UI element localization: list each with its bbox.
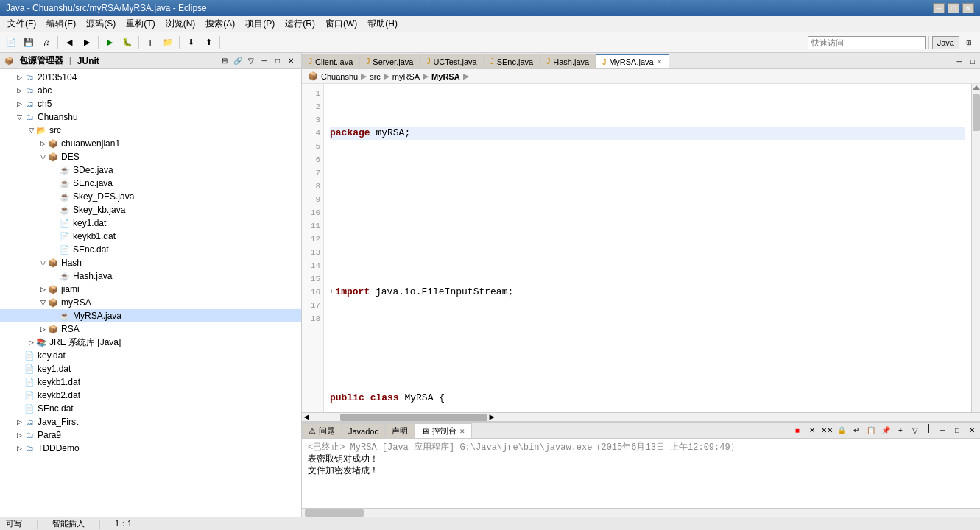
forward-button[interactable]: ▶ (79, 35, 95, 51)
scroll-up-arrow[interactable] (973, 85, 980, 90)
toggle-para9[interactable]: ▷ (15, 431, 24, 439)
tree-item-chuanshu[interactable]: ▽ 🗂 Chuanshu (0, 110, 301, 124)
breadcrumb-src[interactable]: src (370, 72, 381, 81)
toggle-chuanshu[interactable]: ▽ (15, 113, 24, 121)
tree-item-keykb1-des[interactable]: ▷ 📄 keykb1.dat (0, 230, 301, 243)
maximize-button[interactable]: □ (948, 3, 959, 13)
junit-tab[interactable]: JUnit (77, 56, 99, 66)
tree-item-myrsa-java[interactable]: ▷ ☕ MyRSA.java (0, 309, 301, 322)
toggle-ch5[interactable]: ▷ (15, 99, 24, 108)
back-button[interactable]: ◀ (61, 35, 77, 51)
console-maximize-button[interactable]: □ (951, 423, 964, 437)
run-button[interactable]: ▶ (102, 35, 118, 51)
tab-declaration[interactable]: 声明 (385, 423, 415, 438)
toggle-20135104[interactable]: ▷ (15, 73, 24, 82)
save-button[interactable]: 💾 (21, 35, 37, 51)
minimize-button[interactable]: ─ (933, 3, 945, 13)
tab-senc-java[interactable]: J SEnc.java (484, 54, 540, 68)
open-resource-button[interactable]: 📁 (160, 35, 176, 51)
print-button[interactable]: 🖨 (38, 35, 54, 51)
breadcrumb-myrsa-class[interactable]: MyRSA (431, 72, 460, 81)
tree-item-senc-dat[interactable]: ▷ 📄 SEnc.dat (0, 243, 301, 256)
tab-close-button[interactable]: ✕ (657, 58, 663, 66)
close-button[interactable]: ✕ (962, 3, 974, 13)
remove-all-terminated-button[interactable]: ✕✕ (820, 423, 833, 437)
toggle-jre[interactable]: ▷ (27, 338, 35, 347)
tree-item-senc-des[interactable]: ▷ ☕ SEnc.java (0, 177, 301, 190)
h-scroll-thumb[interactable] (340, 414, 487, 421)
tree-item-key-dat[interactable]: ▷ 📄 key.dat (0, 349, 301, 362)
console-minimize-button[interactable]: ─ (936, 423, 949, 437)
tab-problems[interactable]: ⚠ 问题 (302, 423, 342, 438)
prev-annotation-button[interactable]: ⬆ (200, 35, 216, 51)
toggle-tdddemo[interactable]: ▷ (15, 444, 24, 453)
collapse-all-button[interactable]: ⊟ (219, 55, 230, 67)
debug-button[interactable]: 🐛 (119, 35, 135, 51)
menu-edit[interactable]: 编辑(E) (42, 16, 80, 32)
tree-item-20135104[interactable]: ▷ 🗂 20135104 (0, 71, 301, 84)
tree-item-sdec[interactable]: ▷ ☕ SDec.java (0, 163, 301, 177)
tree-item-myrsa[interactable]: ▽ 📦 myRSA (0, 296, 301, 309)
open-perspective-button[interactable]: ⊞ (961, 35, 977, 51)
menu-run[interactable]: 运行(R) (281, 16, 320, 32)
tab-server-java[interactable]: J Server.java (359, 54, 420, 68)
menu-help[interactable]: 帮助(H) (363, 16, 402, 32)
console-close-button[interactable]: ✕ (965, 423, 979, 437)
tab-myrsa-java[interactable]: J MyRSA.java ✕ (596, 54, 669, 68)
collapse-import-arrow[interactable]: + (330, 286, 334, 299)
toggle-myrsa[interactable]: ▽ (38, 298, 47, 307)
tree-item-ch5[interactable]: ▷ 🗂 ch5 (0, 97, 301, 110)
tree-item-hash-java[interactable]: ▷ ☕ Hash.java (0, 269, 301, 283)
tree-item-abc[interactable]: ▷ 🗂 abc (0, 84, 301, 97)
open-type-button[interactable]: T (142, 35, 158, 51)
menu-window[interactable]: 窗口(W) (321, 16, 362, 32)
tree-item-src[interactable]: ▽ 📂 src (0, 124, 301, 137)
window-controls[interactable]: ─ □ ✕ (933, 3, 974, 13)
word-wrap-button[interactable]: ↵ (850, 423, 863, 437)
menu-project[interactable]: 项目(P) (241, 16, 279, 32)
console-tab-close[interactable]: ✕ (459, 428, 465, 435)
tree-item-hash[interactable]: ▽ 📦 Hash (0, 256, 301, 269)
console-h-scrollbar[interactable] (302, 508, 980, 517)
tab-uctest-java[interactable]: J UCTest.java (420, 54, 483, 68)
java-perspective-button[interactable]: Java (932, 36, 959, 49)
code-content[interactable]: package myRSA; + import java.io.FileInpu… (324, 84, 971, 412)
new-button[interactable]: 📄 (3, 35, 19, 51)
scroll-right-arrow[interactable]: ▶ (487, 413, 496, 422)
tab-console[interactable]: 🖥 控制台 ✕ (415, 423, 472, 438)
tab-client-java[interactable]: J Client.java (302, 54, 359, 68)
breadcrumb-chuanshu[interactable]: Chuanshu (321, 72, 358, 81)
code-editor[interactable]: 1 2 3 4 5 6 7 8 9 10 11 12 13 14 15 16 1 (302, 84, 980, 412)
horizontal-scrollbar[interactable]: ◀ ▶ (302, 412, 980, 421)
tree-item-des[interactable]: ▽ 📦 DES (0, 150, 301, 163)
panel-menu-button[interactable]: ▽ (245, 55, 257, 67)
quick-access-input[interactable] (808, 36, 926, 49)
pin-console-button[interactable]: 📌 (879, 423, 892, 437)
tree-item-senc-dat-root[interactable]: ▷ 📄 SEnc.dat (0, 402, 301, 415)
show-console-button[interactable]: 📋 (864, 423, 878, 437)
tree-item-chuanwenjian1[interactable]: ▷ 📦 chuanwenjian1 (0, 137, 301, 150)
tree-item-jre[interactable]: ▷ 📚 JRE 系统库 [Java] (0, 336, 301, 349)
panel-close-button[interactable]: ✕ (285, 55, 297, 67)
breadcrumb-myrsa-pkg[interactable]: myRSA (392, 72, 420, 81)
toggle-rsa[interactable]: ▷ (38, 325, 47, 333)
tab-hash-java[interactable]: J Hash.java (540, 54, 596, 68)
toggle-hash[interactable]: ▽ (38, 258, 47, 267)
next-annotation-button[interactable]: ⬇ (183, 35, 199, 51)
tree-item-keykb2-dat[interactable]: ▷ 📄 keykb2.dat (0, 389, 301, 402)
tree-item-key1-des[interactable]: ▷ 📄 key1.dat (0, 216, 301, 230)
tree-item-skey-kb[interactable]: ▷ ☕ Skey_kb.java (0, 203, 301, 216)
tree-item-para9[interactable]: ▷ 🗂 Para9 (0, 428, 301, 442)
remove-terminated-button[interactable]: ✕ (805, 423, 819, 437)
scroll-left-arrow[interactable]: ◀ (302, 413, 311, 422)
link-with-editor-button[interactable]: 🔗 (232, 55, 244, 67)
package-explorer-tab[interactable]: 包源管理器 (19, 54, 63, 67)
open-console-button[interactable]: + (894, 423, 907, 437)
scroll-lock-button[interactable]: 🔒 (835, 423, 848, 437)
toggle-java-first[interactable]: ▷ (15, 417, 24, 426)
panel-minimize-button[interactable]: ─ (258, 55, 270, 67)
toggle-abc[interactable]: ▷ (15, 86, 24, 95)
toggle-chuanwenjian1[interactable]: ▷ (38, 139, 47, 148)
tree-item-java-first[interactable]: ▷ 🗂 Java_First (0, 415, 301, 428)
menu-navigate[interactable]: 浏览(N) (161, 16, 200, 32)
